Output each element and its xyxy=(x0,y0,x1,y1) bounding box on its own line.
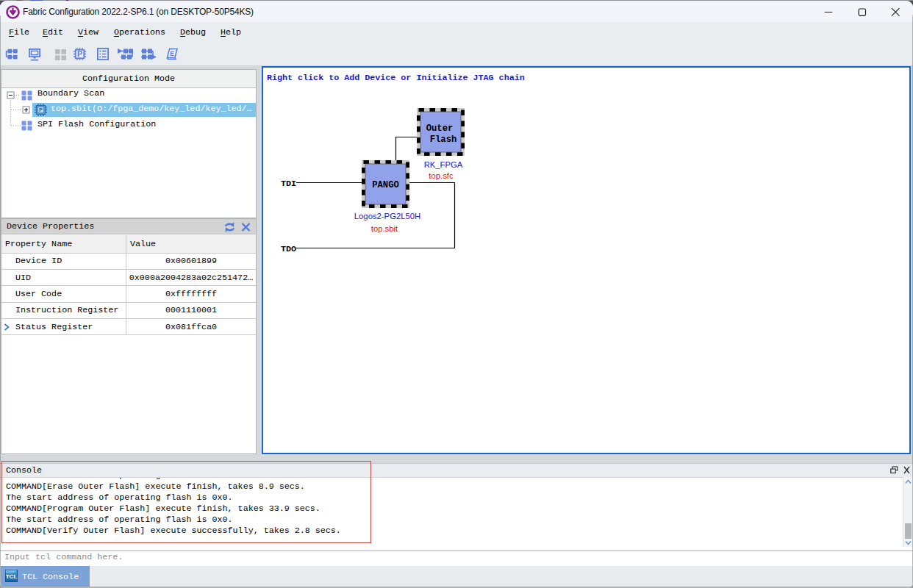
svg-text:TCL: TCL xyxy=(6,573,18,580)
svg-text:top.sfc: top.sfc xyxy=(429,171,454,180)
svg-text:TDI: TDI xyxy=(281,179,296,189)
svg-text:PANGO: PANGO xyxy=(372,180,399,190)
svg-text:E: E xyxy=(170,50,174,57)
svg-text:Outer: Outer xyxy=(426,123,454,134)
svg-text:P: P xyxy=(39,107,43,113)
svg-text:Flash: Flash xyxy=(430,135,457,145)
svg-text:Logos2-PG2L50H: Logos2-PG2L50H xyxy=(354,212,420,220)
svg-text:Right click to Add Device or I: Right click to Add Device or Initialize … xyxy=(267,73,525,83)
svg-text:top.sbit: top.sbit xyxy=(371,224,398,233)
svg-text:P: P xyxy=(77,49,82,58)
svg-text:TDO: TDO xyxy=(281,244,296,254)
svg-text:RK_FPGA: RK_FPGA xyxy=(424,160,463,169)
